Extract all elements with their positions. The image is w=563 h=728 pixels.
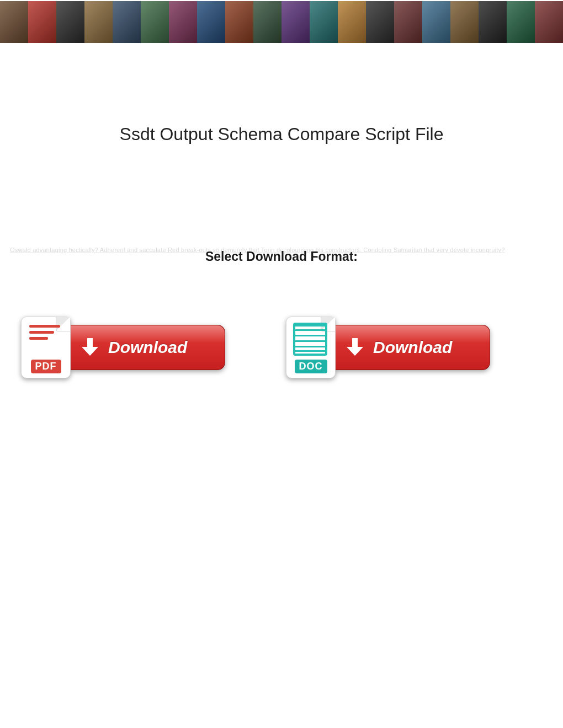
banner-tile xyxy=(310,1,338,43)
download-doc-button[interactable]: DOC Download xyxy=(286,317,490,378)
download-pdf-pill: Download xyxy=(65,325,225,370)
download-doc-label: Download xyxy=(373,338,452,357)
banner-tile xyxy=(479,1,507,43)
banner-tile xyxy=(197,1,225,43)
download-pdf-button[interactable]: PDF Download xyxy=(21,317,225,378)
banner-tile xyxy=(56,1,84,43)
doc-badge: DOC xyxy=(295,360,327,373)
pdf-file-icon: PDF xyxy=(21,317,71,378)
banner-tile xyxy=(84,1,113,43)
thumbnail-banner xyxy=(0,0,563,52)
banner-tile xyxy=(394,1,422,43)
banner-tile xyxy=(450,1,479,43)
download-doc-pill: Download xyxy=(330,325,490,370)
banner-tile xyxy=(253,1,282,43)
select-format-label: Select Download Format: xyxy=(205,249,358,264)
doc-file-icon: DOC xyxy=(286,317,336,378)
banner-tile xyxy=(28,1,56,43)
subtitle-section: Oswald advantaging hectically? Adherent … xyxy=(0,249,563,264)
download-arrow-icon xyxy=(81,338,99,357)
banner-tile xyxy=(282,1,310,43)
pdf-badge: PDF xyxy=(31,360,61,373)
banner-tile xyxy=(225,1,253,43)
banner-tile xyxy=(113,1,141,43)
download-buttons-row: PDF Download DOC Download xyxy=(0,317,563,378)
banner-tile xyxy=(366,1,394,43)
page-title: Ssdt Output Schema Compare Script File xyxy=(0,124,563,144)
banner-tile xyxy=(338,1,366,43)
banner-tile xyxy=(535,1,563,43)
download-pdf-label: Download xyxy=(108,338,187,357)
banner-tile xyxy=(422,1,450,43)
banner-tile xyxy=(0,1,28,43)
banner-tile xyxy=(169,1,197,43)
banner-tile xyxy=(141,1,169,43)
banner-tile xyxy=(507,1,535,43)
download-arrow-icon xyxy=(346,338,364,357)
